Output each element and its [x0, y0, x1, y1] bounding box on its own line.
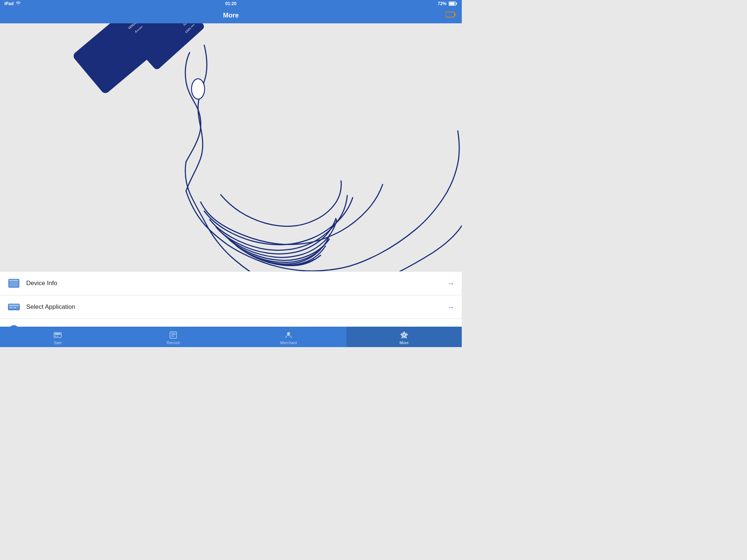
- hero-area: Larson Jenny •••• 5893: [0, 23, 462, 271]
- device-info-item[interactable]: Device Info →: [0, 272, 462, 295]
- svg-rect-16: [9, 280, 19, 281]
- hero-illustration: Larson Jenny •••• 5893: [0, 23, 462, 271]
- wifi-icon: [16, 1, 21, 7]
- device-info-arrow: →: [447, 279, 454, 288]
- tab-merchant[interactable]: Merchant: [231, 327, 347, 347]
- svg-rect-25: [55, 333, 61, 335]
- device-label: iPad: [4, 1, 13, 6]
- more-icon: [400, 331, 409, 339]
- record-icon: [169, 331, 178, 339]
- select-application-arrow: →: [447, 303, 454, 311]
- status-bar: iPad 01:20 72%: [0, 0, 462, 7]
- select-application-label: Select Application: [26, 303, 447, 311]
- tab-sale[interactable]: Sale: [0, 327, 116, 347]
- status-right: 72%: [438, 1, 457, 6]
- tab-more[interactable]: More: [347, 327, 462, 347]
- svg-rect-19: [9, 304, 19, 306]
- svg-point-13: [191, 79, 205, 99]
- svg-rect-28: [170, 332, 177, 338]
- sale-icon: [53, 331, 62, 339]
- tab-merchant-label: Merchant: [280, 341, 297, 345]
- merchant-icon: [284, 331, 293, 339]
- device-info-icon: [7, 277, 20, 290]
- tab-sale-label: Sale: [54, 341, 62, 345]
- tab-more-label: More: [399, 341, 409, 345]
- svg-rect-26: [55, 336, 56, 337]
- svg-rect-2: [456, 3, 457, 4]
- tab-bar: Sale Record Merchant More: [0, 327, 462, 347]
- select-application-icon: [7, 300, 20, 314]
- tab-record[interactable]: Record: [116, 327, 231, 347]
- nav-bar: More: [0, 7, 462, 23]
- svg-rect-1: [449, 3, 455, 5]
- battery-orange-icon: [446, 11, 457, 18]
- status-left: iPad: [4, 1, 21, 7]
- battery-status-icon: [449, 1, 457, 6]
- svg-rect-15: [9, 282, 19, 287]
- svg-rect-27: [57, 336, 58, 337]
- svg-rect-4: [455, 13, 456, 16]
- svg-point-32: [287, 332, 290, 335]
- svg-rect-21: [13, 307, 16, 308]
- device-info-label: Device Info: [26, 280, 447, 287]
- nav-title: More: [223, 12, 239, 19]
- status-time: 01:20: [225, 1, 237, 6]
- svg-rect-3: [446, 12, 454, 17]
- select-application-item[interactable]: Select Application →: [0, 295, 462, 319]
- battery-button[interactable]: [446, 11, 457, 19]
- svg-rect-20: [9, 307, 12, 308]
- battery-percent: 72%: [438, 1, 446, 6]
- tab-record-label: Record: [167, 341, 179, 345]
